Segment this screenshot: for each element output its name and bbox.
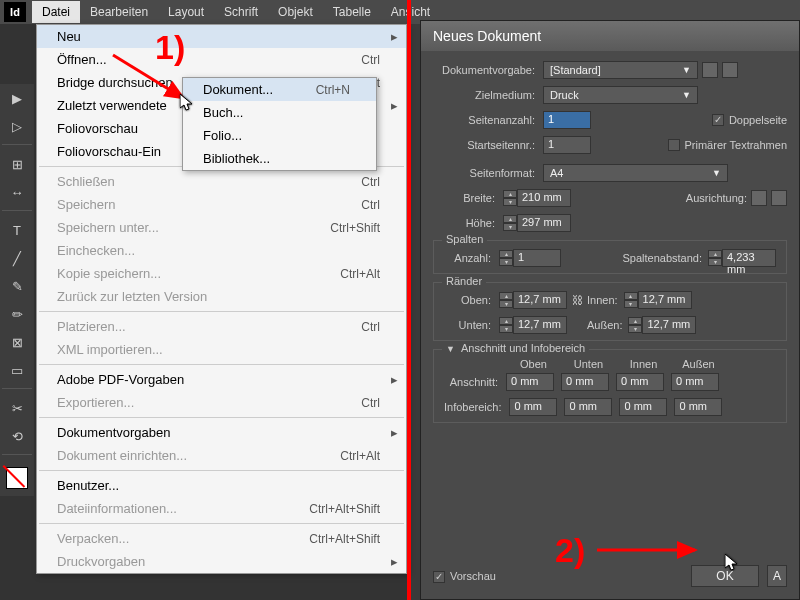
line-tool-icon[interactable]: ╱ bbox=[2, 246, 32, 270]
cursor-icon bbox=[180, 94, 194, 112]
menu-pdf-presets[interactable]: Adobe PDF-Vorgaben bbox=[37, 368, 406, 391]
direct-select-tool-icon[interactable]: ▷ bbox=[2, 114, 32, 138]
page-tool-icon[interactable]: ⊞ bbox=[2, 152, 32, 176]
type-tool-icon[interactable]: T bbox=[2, 218, 32, 242]
slug-bottom[interactable]: 0 mm bbox=[564, 398, 612, 416]
tool-separator bbox=[2, 454, 32, 456]
columns-group: Spalten Anzahl: ▴▾1 Spaltenabstand: ▴▾4,… bbox=[433, 240, 787, 274]
startpage-label: Startseitennr.: bbox=[433, 139, 543, 151]
menu-layout[interactable]: Layout bbox=[158, 1, 214, 23]
pagesize-label: Seitenformat: bbox=[433, 167, 543, 179]
submenu-folio[interactable]: Folio... bbox=[183, 124, 376, 147]
submenu-dokument[interactable]: Dokument...Ctrl+N bbox=[183, 78, 376, 101]
slug-label: Infobereich: bbox=[444, 401, 509, 413]
width-label: Breite: bbox=[433, 192, 503, 204]
columns-legend: Spalten bbox=[442, 233, 487, 245]
margin-inside-input[interactable]: ▴▾12,7 mm bbox=[624, 291, 692, 309]
menu-bearbeiten[interactable]: Bearbeiten bbox=[80, 1, 158, 23]
bleed-bottom[interactable]: 0 mm bbox=[561, 373, 609, 391]
slug-in[interactable]: 0 mm bbox=[619, 398, 667, 416]
menu-sep bbox=[39, 523, 404, 524]
annotation-divider bbox=[407, 0, 411, 600]
landscape-icon[interactable] bbox=[771, 190, 787, 206]
menu-open[interactable]: Öffnen...Ctrl bbox=[37, 48, 406, 71]
bleed-label: Anschnitt: bbox=[444, 376, 506, 388]
margins-group: Ränder Oben: ▴▾12,7 mm ⛓ Innen: ▴▾12,7 m… bbox=[433, 282, 787, 341]
pages-input[interactable]: 1 bbox=[543, 111, 591, 129]
save-preset-icon[interactable] bbox=[702, 62, 718, 78]
orient-label: Ausrichtung: bbox=[686, 192, 747, 204]
preset-label: Dokumentvorgabe: bbox=[433, 64, 543, 76]
gutter-label: Spaltenabstand: bbox=[622, 252, 702, 264]
menu-close[interactable]: SchließenCtrl bbox=[37, 170, 406, 193]
fill-stroke-swatch[interactable] bbox=[2, 462, 32, 494]
menu-doc-setup[interactable]: Dokument einrichten...Ctrl+Alt bbox=[37, 444, 406, 467]
cursor-icon bbox=[725, 554, 739, 572]
bleed-out[interactable]: 0 mm bbox=[671, 373, 719, 391]
margin-top-label: Oben: bbox=[444, 294, 499, 306]
width-input[interactable]: ▴▾210 mm bbox=[503, 189, 571, 207]
menu-tabelle[interactable]: Tabelle bbox=[323, 1, 381, 23]
menu-saveas[interactable]: Speichern unter...Ctrl+Shift bbox=[37, 216, 406, 239]
slug-top[interactable]: 0 mm bbox=[509, 398, 557, 416]
menu-fileinfo[interactable]: Dateiinformationen...Ctrl+Alt+Shift bbox=[37, 497, 406, 520]
frame-tool-icon[interactable]: ⊠ bbox=[2, 330, 32, 354]
delete-preset-icon[interactable] bbox=[722, 62, 738, 78]
menu-print-presets[interactable]: Druckvorgaben bbox=[37, 550, 406, 573]
colcount-input[interactable]: ▴▾1 bbox=[499, 249, 561, 267]
cancel-button[interactable]: A bbox=[767, 565, 787, 587]
menu-savecopy[interactable]: Kopie speichern...Ctrl+Alt bbox=[37, 262, 406, 285]
height-input[interactable]: ▴▾297 mm bbox=[503, 214, 571, 232]
pagesize-select[interactable]: A4▼ bbox=[543, 164, 728, 182]
disclosure-icon[interactable]: ▼ bbox=[446, 344, 455, 354]
menu-schrift[interactable]: Schrift bbox=[214, 1, 268, 23]
facing-checkbox[interactable]: ✓ bbox=[712, 114, 724, 126]
portrait-icon[interactable] bbox=[751, 190, 767, 206]
pen-tool-icon[interactable]: ✎ bbox=[2, 274, 32, 298]
bleed-legend: ▼Anschnitt und Infobereich bbox=[442, 342, 589, 354]
menu-save[interactable]: SpeichernCtrl bbox=[37, 193, 406, 216]
menu-objekt[interactable]: Objekt bbox=[268, 1, 323, 23]
submenu-bibliothek[interactable]: Bibliothek... bbox=[183, 147, 376, 170]
preview-label: Vorschau bbox=[450, 570, 496, 582]
gap-tool-icon[interactable]: ↔ bbox=[2, 180, 32, 204]
margin-top-input[interactable]: ▴▾12,7 mm bbox=[499, 291, 567, 309]
bleed-top[interactable]: 0 mm bbox=[506, 373, 554, 391]
intent-label: Zielmedium: bbox=[433, 89, 543, 101]
startpage-input[interactable]: 1 bbox=[543, 136, 591, 154]
margin-outside-input[interactable]: ▴▾12,7 mm bbox=[628, 316, 696, 334]
margin-inside-label: Innen: bbox=[587, 294, 618, 306]
menu-export[interactable]: Exportieren...Ctrl bbox=[37, 391, 406, 414]
margin-bottom-input[interactable]: ▴▾12,7 mm bbox=[499, 316, 567, 334]
menu-neu[interactable]: Neu bbox=[37, 25, 406, 48]
preview-checkbox[interactable]: ✓ bbox=[433, 571, 445, 583]
rectangle-tool-icon[interactable]: ▭ bbox=[2, 358, 32, 382]
bleed-in[interactable]: 0 mm bbox=[616, 373, 664, 391]
annotation-2-label: 2) bbox=[555, 531, 585, 570]
menu-place[interactable]: Platzieren...Ctrl bbox=[37, 315, 406, 338]
menu-user[interactable]: Benutzer... bbox=[37, 474, 406, 497]
menu-import-xml[interactable]: XML importieren... bbox=[37, 338, 406, 361]
facing-label: Doppelseite bbox=[729, 114, 787, 126]
intent-select[interactable]: Druck▼ bbox=[543, 86, 698, 104]
menu-revert[interactable]: Zurück zur letzten Version bbox=[37, 285, 406, 308]
annotation-2-arrow-icon bbox=[595, 540, 705, 560]
menu-sep bbox=[39, 311, 404, 312]
menu-sep bbox=[39, 364, 404, 365]
scissors-tool-icon[interactable]: ✂ bbox=[2, 396, 32, 420]
menu-doc-presets[interactable]: Dokumentvorgaben bbox=[37, 421, 406, 444]
preset-select[interactable]: [Standard]▼ bbox=[543, 61, 698, 79]
slug-out[interactable]: 0 mm bbox=[674, 398, 722, 416]
transform-tool-icon[interactable]: ⟲ bbox=[2, 424, 32, 448]
gutter-input[interactable]: ▴▾4,233 mm bbox=[708, 249, 776, 267]
selection-tool-icon[interactable]: ▶ bbox=[2, 86, 32, 110]
menu-datei[interactable]: Datei bbox=[32, 1, 80, 23]
new-document-dialog: Neues Dokument Dokumentvorgabe: [Standar… bbox=[420, 20, 800, 600]
primary-textframe-checkbox[interactable] bbox=[668, 139, 680, 151]
pencil-tool-icon[interactable]: ✏ bbox=[2, 302, 32, 326]
link-margins-icon[interactable]: ⛓ bbox=[567, 294, 587, 306]
primary-textframe-label: Primärer Textrahmen bbox=[685, 139, 788, 151]
submenu-buch[interactable]: Buch... bbox=[183, 101, 376, 124]
menu-checkin[interactable]: Einchecken... bbox=[37, 239, 406, 262]
menu-package[interactable]: Verpacken...Ctrl+Alt+Shift bbox=[37, 527, 406, 550]
